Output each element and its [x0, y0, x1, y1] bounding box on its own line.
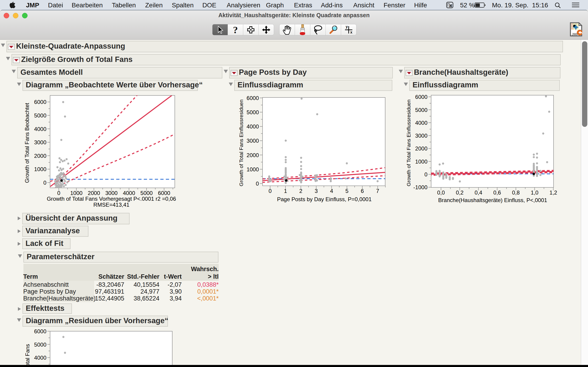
svg-text:1000: 1000: [70, 190, 82, 196]
svg-text:4000: 4000: [34, 126, 46, 132]
svg-text:4: 4: [330, 188, 333, 194]
svg-text:0,2: 0,2: [456, 190, 464, 196]
svg-text:RMSE=413,41: RMSE=413,41: [94, 202, 130, 208]
svg-text:2000: 2000: [34, 153, 46, 159]
svg-text:Page Posts by Day Einfluss, P=: Page Posts by Day Einfluss, P=0,0001: [277, 196, 372, 202]
svg-text:y: y: [346, 25, 348, 29]
svg-text:⌘: ⌘: [449, 4, 452, 8]
svg-text:1000: 1000: [247, 166, 259, 173]
svg-text:0: 0: [268, 188, 271, 194]
svg-text:5000: 5000: [140, 190, 153, 196]
svg-text:0,8: 0,8: [512, 190, 519, 196]
svg-text:1000: 1000: [415, 158, 427, 165]
svg-text:0,4: 0,4: [475, 190, 482, 196]
svg-text:2000: 2000: [247, 152, 259, 158]
svg-text:0,0: 0,0: [437, 190, 445, 196]
svg-text:3000: 3000: [415, 133, 427, 139]
svg-text:Growth of Total Fans Einflussr: Growth of Total Fans Einflussresiduen: [238, 100, 244, 186]
svg-text:5: 5: [346, 188, 348, 194]
svg-text:4000: 4000: [123, 190, 135, 196]
svg-text:5000: 5000: [415, 107, 427, 113]
svg-text:6000: 6000: [34, 99, 46, 105]
svg-text:5000: 5000: [34, 342, 46, 348]
svg-text:0: 0: [256, 181, 259, 187]
svg-text:Growth of Total Fans Vorherges: Growth of Total Fans Vorhergesagt P<.000…: [47, 196, 176, 202]
svg-text:3000: 3000: [34, 139, 46, 145]
svg-text:1000: 1000: [34, 166, 46, 172]
svg-text:7: 7: [376, 188, 379, 194]
svg-text:0: 0: [424, 171, 427, 177]
svg-text:6000: 6000: [247, 95, 259, 101]
svg-text:5000: 5000: [34, 112, 46, 119]
svg-text:2000: 2000: [88, 190, 100, 196]
svg-text:Total Fans: Total Fans: [24, 344, 31, 367]
svg-text:4000: 4000: [247, 123, 259, 130]
svg-text:2: 2: [299, 188, 302, 194]
svg-text:5000: 5000: [247, 109, 259, 115]
svg-text:1: 1: [284, 188, 287, 194]
svg-text:Branche(Haushaltsgeräte) Einfl: Branche(Haushaltsgeräte) Einfluss, P<,00…: [438, 197, 547, 203]
svg-text:Growth of Total Fans Einflussr: Growth of Total Fans Einflussresiduen: [406, 100, 412, 186]
svg-text:x: x: [350, 30, 352, 34]
svg-text:6000: 6000: [415, 94, 427, 100]
svg-text:2000: 2000: [415, 145, 427, 152]
svg-text:4000: 4000: [34, 355, 46, 361]
svg-text:4000: 4000: [415, 120, 427, 126]
svg-text:0,6: 0,6: [493, 190, 501, 196]
svg-text:6: 6: [361, 188, 364, 194]
svg-text:1,0: 1,0: [531, 190, 538, 196]
svg-text:Growth of Total Fans Beobachte: Growth of Total Fans Beobachtet: [24, 103, 30, 183]
svg-text:-1000: -1000: [414, 184, 427, 190]
svg-text:3000: 3000: [247, 138, 259, 144]
svg-text:3000: 3000: [105, 190, 118, 196]
svg-text:6000: 6000: [34, 328, 46, 334]
svg-text:1,2: 1,2: [549, 190, 557, 196]
svg-text:3: 3: [315, 188, 318, 194]
svg-text:0: 0: [43, 180, 46, 186]
svg-text:6000: 6000: [158, 190, 170, 196]
svg-text:0: 0: [57, 190, 60, 196]
